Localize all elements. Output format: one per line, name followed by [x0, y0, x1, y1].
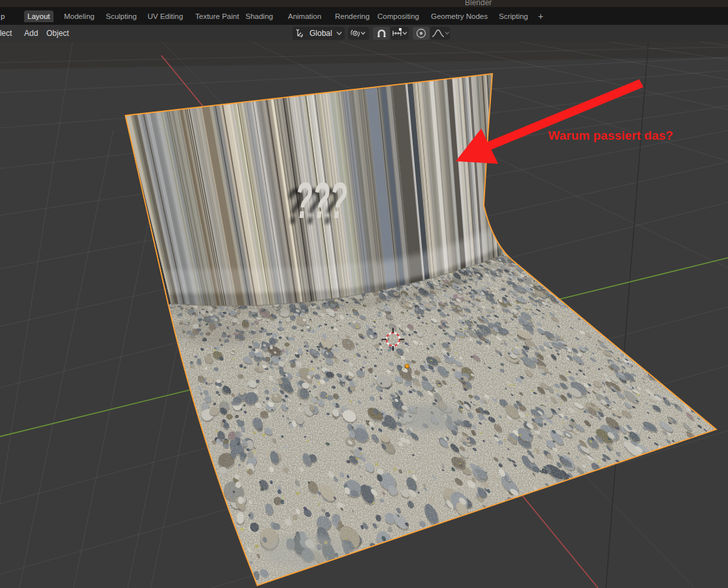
svg-text:Global: Global [309, 29, 332, 38]
svg-text:???: ??? [295, 172, 347, 229]
svg-text:Warum passiert das?: Warum passiert das? [548, 129, 673, 142]
